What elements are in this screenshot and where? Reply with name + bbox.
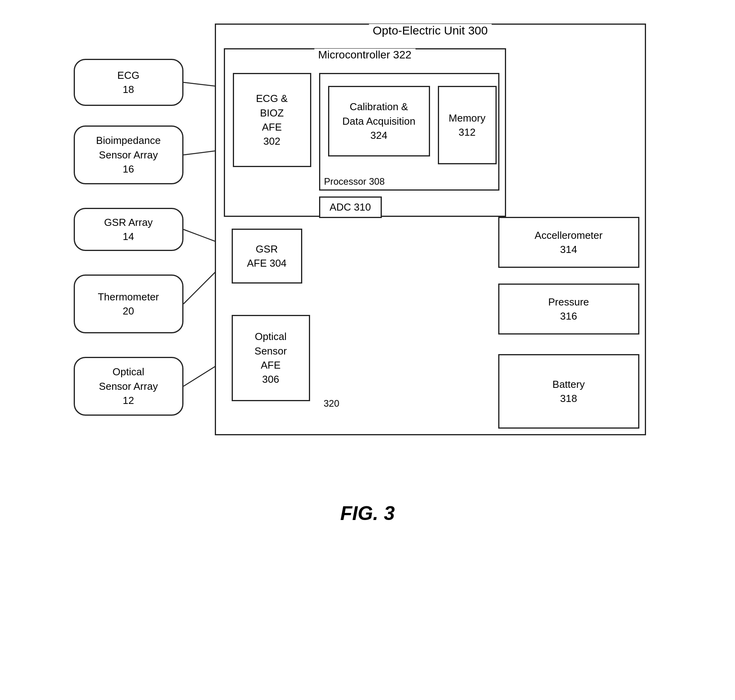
sensor-ecg-number: 18 <box>117 82 139 96</box>
memory-box: Memory 312 <box>438 86 497 164</box>
ecg-bioz-line2: BIOZ <box>256 106 288 120</box>
memory-line1: Memory <box>449 111 486 125</box>
opto-electric-label: Opto-Electric Unit 300 <box>369 24 492 37</box>
gsr-afe-line1: GSR <box>247 242 287 256</box>
calibration-number: 324 <box>342 128 415 142</box>
accelerometer-box: Accellerometer 314 <box>498 217 639 268</box>
sensor-thermometer: Thermometer 20 <box>74 275 183 333</box>
accelerometer-line1: Accellerometer <box>535 228 603 242</box>
optical-afe-line3: AFE <box>254 358 287 372</box>
sensor-optical-label1: Optical <box>99 365 158 379</box>
sensor-thermometer-number: 20 <box>98 304 159 318</box>
sensor-thermometer-label: Thermometer <box>98 290 159 304</box>
optical-afe-line2: Sensor <box>254 344 287 358</box>
sensor-ecg: ECG 18 <box>74 59 183 106</box>
optical-afe-box: Optical Sensor AFE 306 <box>232 315 310 401</box>
gsr-afe-box: GSR AFE 304 <box>232 229 302 284</box>
accelerometer-number: 314 <box>535 242 603 256</box>
battery-line1: Battery <box>552 377 584 391</box>
pressure-number: 316 <box>548 309 589 323</box>
sensor-bioimpedance-number: 16 <box>96 162 161 176</box>
diagram: ECG 18 Bioimpedance Sensor Array 16 GSR … <box>74 16 662 486</box>
battery-number: 318 <box>552 391 584 405</box>
sensor-gsr-label: GSR Array <box>104 215 152 229</box>
opto-electric-box: Opto-Electric Unit 300 Microcontroller 3… <box>215 24 646 435</box>
sensor-bioimpedance-label2: Sensor Array <box>96 148 161 162</box>
pressure-line1: Pressure <box>548 295 589 309</box>
calibration-line2: Data Acquisition <box>342 114 415 128</box>
gsr-afe-line2: AFE 304 <box>247 256 287 270</box>
processor-box: Processor 308 Calibration & Data Acquisi… <box>319 73 499 191</box>
sensor-bioimpedance-label1: Bioimpedance <box>96 133 161 147</box>
optical-afe-number: 306 <box>254 372 287 386</box>
sensor-optical: Optical Sensor Array 12 <box>74 357 183 416</box>
battery-box: Battery 318 <box>498 354 639 429</box>
sensor-optical-number: 12 <box>99 393 158 407</box>
pressure-box: Pressure 316 <box>498 284 639 335</box>
sensor-gsr-number: 14 <box>104 229 152 244</box>
calibration-line1: Calibration & <box>342 100 415 114</box>
ecg-bioz-number: 302 <box>256 134 288 148</box>
adc-box: ADC 310 <box>319 196 382 218</box>
sensor-ecg-label: ECG <box>117 68 139 82</box>
label-320: 320 <box>324 398 339 409</box>
fig-caption: FIG. 3 <box>340 502 395 525</box>
optical-afe-line1: Optical <box>254 329 287 344</box>
microcontroller-label: Microcontroller 322 <box>314 49 415 61</box>
ecg-bioz-line3: AFE <box>256 120 288 134</box>
sensor-bioimpedance: Bioimpedance Sensor Array 16 <box>74 125 183 184</box>
adc-label: ADC 310 <box>330 200 371 214</box>
memory-number: 312 <box>449 125 486 139</box>
sensor-optical-label2: Sensor Array <box>99 379 158 393</box>
sensor-gsr: GSR Array 14 <box>74 208 183 251</box>
microcontroller-box: Microcontroller 322 ECG & BIOZ AFE 302 P… <box>224 48 506 217</box>
calibration-box: Calibration & Data Acquisition 324 <box>328 86 430 156</box>
processor-label: Processor 308 <box>324 176 385 187</box>
ecg-bioz-line1: ECG & <box>256 91 288 105</box>
ecg-bioz-box: ECG & BIOZ AFE 302 <box>233 73 311 167</box>
